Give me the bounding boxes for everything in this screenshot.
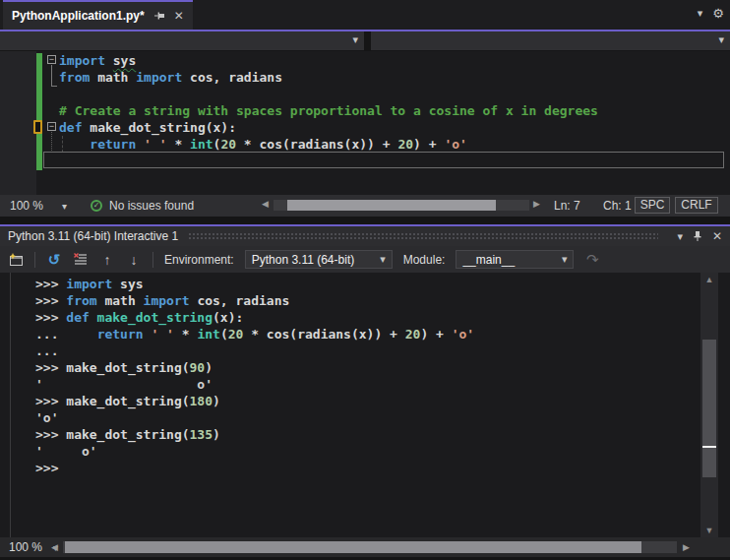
editor-status-bar: 100 % ▾ ✓ No issues found ◀ ▶ Ln: 7 Ch: … [0, 195, 730, 217]
interactive-horizontal-scrollbar-thumb[interactable] [65, 541, 641, 553]
no-issues-check-icon: ✓ [91, 200, 102, 212]
redo-arrow-icon: ↷ [584, 252, 600, 268]
interactive-vertical-scrollbar[interactable]: ▲ ▼ [700, 273, 718, 537]
interactive-bottom-bar: 100 % ▾ ◀ ▶ [0, 537, 730, 557]
reset-icon[interactable]: ↺ [46, 252, 62, 268]
issues-indicator[interactable]: ✓ No issues found [91, 198, 194, 214]
change-tracking-bar [36, 53, 42, 170]
interactive-repl-area[interactable]: >>> import sys>>> from math import cos, … [0, 273, 730, 537]
scroll-right-icon[interactable]: ▶ [533, 199, 540, 209]
interactive-toolbar: ↺ ↑ ↓ Environment: Python 3.11 (64-bit) … [0, 246, 730, 273]
environment-label: Environment: [164, 253, 234, 267]
scroll-up-icon[interactable]: ▲ [700, 275, 718, 284]
issues-text: No issues found [109, 199, 194, 213]
configure-environment-icon[interactable] [8, 252, 24, 268]
code-editor[interactable]: − − import sysfrom math import cos, radi… [0, 51, 730, 195]
window-position-chevron-icon[interactable]: ▾ [677, 230, 683, 243]
pane-splitter[interactable] [0, 217, 730, 224]
module-dropdown[interactable]: __main__ ▾ [456, 250, 574, 269]
clear-screen-icon[interactable] [73, 252, 89, 268]
fold-collapse-marker[interactable]: − [47, 122, 56, 131]
environment-dropdown[interactable]: Python 3.11 (64-bit) ▾ [245, 250, 393, 269]
toolbar-separator [34, 252, 35, 268]
fold-collapse-marker[interactable]: − [47, 55, 56, 64]
pin-icon[interactable] [153, 10, 165, 22]
fold-region-guide [51, 132, 53, 153]
editor-zoom-value: 100 % [10, 199, 43, 213]
caret-position-marker [33, 120, 42, 134]
tab-title: PythonApplication1.py* [12, 9, 145, 23]
editor-code-lines[interactable]: import sysfrom math import cos, radians#… [59, 52, 598, 169]
close-icon[interactable]: ✕ [174, 9, 184, 23]
vertical-scrollbar-thumb[interactable] [702, 340, 716, 477]
interactive-horizontal-scrollbar[interactable] [63, 541, 677, 553]
repl-margin-line [10, 273, 11, 537]
line-indicator[interactable]: Ln: 7 [554, 199, 580, 213]
title-bar-drag-texture [188, 232, 658, 241]
module-label: Module: [403, 253, 446, 267]
tab-python-application[interactable]: PythonApplication1.py* ✕ [3, 0, 193, 30]
repl-lines[interactable]: >>> import sys>>> from math import cos, … [35, 276, 474, 476]
document-list-chevron-icon[interactable]: ▾ [698, 7, 703, 20]
line-ending-toggle[interactable]: CRLF [675, 197, 718, 214]
types-dropdown[interactable]: ▾ [0, 31, 364, 51]
visual-studio-window: PythonApplication1.py* ✕ ▾ ⚙ ▾ ▾ − − [0, 0, 730, 560]
pin-icon[interactable] [692, 230, 703, 242]
history-next-icon[interactable]: ↓ [126, 252, 142, 268]
document-tab-bar: PythonApplication1.py* ✕ ▾ ⚙ [0, 0, 730, 30]
interactive-title: Python 3.11 (64-bit) Interactive 1 [8, 229, 178, 243]
fold-region-bracket [51, 65, 57, 87]
scrollbar-caret-marker [702, 446, 716, 448]
environment-dropdown-value: Python 3.11 (64-bit) [252, 253, 355, 267]
navigation-bar: ▾ ▾ [0, 31, 730, 51]
toolbar-separator [152, 252, 153, 268]
chevron-down-icon: ▾ [562, 253, 568, 266]
chevron-down-icon: ▾ [352, 33, 358, 46]
spaces-toggle[interactable]: SPC [635, 197, 670, 214]
scroll-left-icon[interactable]: ◀ [262, 199, 269, 209]
chevron-down-icon: ▾ [62, 201, 67, 212]
editor-zoom-selector[interactable]: 100 % ▾ [6, 198, 71, 214]
interactive-title-bar[interactable]: Python 3.11 (64-bit) Interactive 1 ▾ ✕ [0, 226, 730, 246]
module-dropdown-value: __main__ [462, 253, 515, 267]
editor-horizontal-scrollbar[interactable] [274, 200, 529, 211]
scroll-left-icon[interactable]: ◀ [51, 542, 58, 552]
editor-gutter[interactable] [0, 51, 36, 195]
members-dropdown[interactable]: ▾ [371, 31, 730, 51]
scroll-down-icon[interactable]: ▼ [700, 526, 718, 535]
history-previous-icon[interactable]: ↑ [99, 252, 115, 268]
chevron-down-icon: ▾ [380, 253, 386, 266]
column-indicator[interactable]: Ch: 1 [603, 199, 632, 213]
editor-horizontal-scrollbar-thumb[interactable] [287, 200, 496, 211]
close-icon[interactable]: ✕ [712, 229, 722, 243]
editor-options-gear-icon[interactable]: ⚙ [712, 6, 724, 21]
chevron-down-icon: ▾ [718, 33, 724, 46]
interactive-zoom-value: 100 % [9, 540, 42, 554]
scroll-right-icon[interactable]: ▶ [683, 542, 690, 552]
